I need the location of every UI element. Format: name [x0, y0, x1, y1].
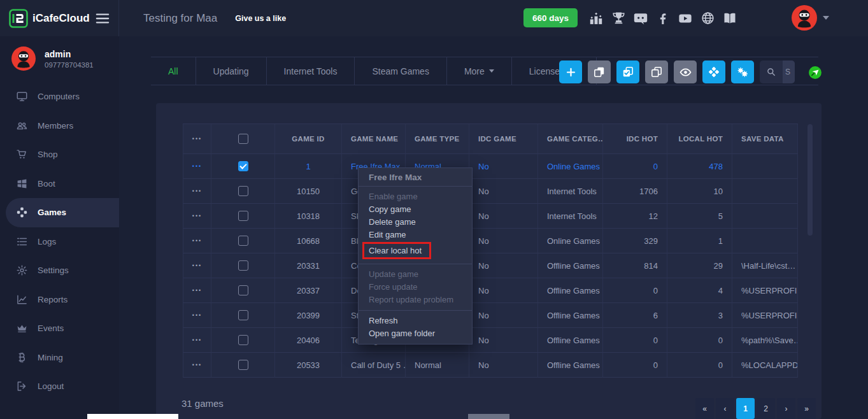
- column-header-save-data[interactable]: SAVE DATA: [732, 124, 798, 154]
- checkbox-icon[interactable]: [238, 260, 248, 271]
- facebook-icon[interactable]: [656, 11, 670, 25]
- row-actions-button[interactable]: •••: [183, 253, 211, 278]
- user-menu[interactable]: [792, 5, 829, 31]
- tab-updating[interactable]: Updating: [196, 57, 267, 85]
- sidebar-item-logout[interactable]: Logout: [0, 372, 119, 401]
- tab-internet-tools[interactable]: Internet Tools: [267, 57, 355, 85]
- local-hot-cell: 29: [667, 253, 732, 278]
- tab-all[interactable]: All: [151, 57, 196, 85]
- context-menu-item-delete-game[interactable]: Delete game: [359, 216, 472, 229]
- row-checkbox[interactable]: [211, 303, 275, 328]
- sidebar-item-boot[interactable]: Boot: [0, 169, 119, 199]
- header-select-all-checkbox[interactable]: [211, 124, 275, 154]
- give-us-a-like-link[interactable]: Give us a like: [235, 14, 286, 23]
- row-actions-button[interactable]: •••: [183, 204, 211, 229]
- context-menu-item-open-game-folder[interactable]: Open game folder: [359, 327, 472, 340]
- checkbox-icon[interactable]: [238, 360, 248, 370]
- row-checkbox[interactable]: [211, 353, 275, 378]
- page-button-4[interactable]: 2: [757, 398, 775, 419]
- globe-icon[interactable]: [701, 11, 715, 25]
- copy-button[interactable]: [588, 60, 611, 83]
- avatar[interactable]: [792, 5, 817, 31]
- sidebar-item-shop[interactable]: Shop: [0, 140, 119, 169]
- sidebar-item-logs[interactable]: Logs: [0, 227, 119, 257]
- row-actions-button[interactable]: •••: [183, 303, 211, 328]
- sidebar-item-reports[interactable]: Reports: [0, 285, 119, 315]
- context-menu-item-clear-local-hot[interactable]: Clear local hot: [362, 242, 431, 259]
- ellipsis-icon: •••: [192, 136, 202, 142]
- idc-game-cell: No: [469, 179, 538, 204]
- page-button-6[interactable]: »: [797, 398, 816, 419]
- context-menu-item-refresh[interactable]: Refresh: [359, 315, 472, 327]
- book-icon[interactable]: [723, 11, 737, 25]
- row-actions-button[interactable]: •••: [183, 154, 211, 179]
- eye-button[interactable]: [674, 60, 697, 83]
- row-checkbox[interactable]: [211, 204, 275, 229]
- tab-label: All: [168, 66, 178, 76]
- chevron-down-icon: [823, 16, 829, 20]
- search-box[interactable]: S: [760, 60, 795, 83]
- tab-more[interactable]: More: [447, 57, 512, 85]
- checkbox-icon[interactable]: [238, 285, 248, 295]
- column-header-local-hot[interactable]: LOCAL HOT: [667, 124, 732, 154]
- days-remaining-badge[interactable]: 660 days: [523, 8, 578, 27]
- column-header-idc-game[interactable]: IDC GAME: [469, 124, 538, 154]
- table-row: •••20406Teenage Mut…NormalNoOffline Game…: [183, 328, 798, 353]
- row-actions-button[interactable]: •••: [183, 179, 211, 204]
- copy-check-button[interactable]: [616, 60, 639, 83]
- game-category-cell: Internet Tools: [538, 179, 603, 204]
- row-actions-button[interactable]: •••: [183, 328, 211, 353]
- trophy-icon[interactable]: [611, 11, 625, 25]
- row-checkbox[interactable]: [211, 179, 275, 204]
- checkbox-icon[interactable]: [238, 186, 248, 196]
- table-vertical-scrollbar[interactable]: [808, 124, 813, 236]
- youtube-icon[interactable]: [678, 11, 692, 25]
- horizontal-scrollbar-segment[interactable]: [468, 414, 509, 419]
- page-button-1[interactable]: «: [695, 398, 714, 419]
- page-button-2[interactable]: ‹: [716, 398, 734, 419]
- checkbox-icon[interactable]: [238, 335, 248, 345]
- column-header-game-name[interactable]: GAME NAME: [342, 124, 406, 154]
- row-actions-button[interactable]: •••: [183, 229, 211, 253]
- column-header-game-id[interactable]: GAME ID: [275, 124, 342, 154]
- topbar: iCafeCloud Testing for Maa Give us a lik…: [0, 0, 868, 36]
- checkbox-icon[interactable]: [238, 310, 248, 320]
- checkbox-icon[interactable]: [238, 211, 248, 221]
- column-header-game-type[interactable]: GAME TYPE: [406, 124, 469, 154]
- plus-button[interactable]: [559, 60, 582, 83]
- tab-steam-games[interactable]: Steam Games: [355, 57, 446, 85]
- game-name-cell[interactable]: Call of Duty 5 …: [342, 353, 406, 378]
- gears-button[interactable]: [731, 60, 754, 83]
- checkbox-icon[interactable]: [238, 134, 248, 144]
- checkbox-icon[interactable]: [238, 161, 248, 171]
- ranking-icon[interactable]: [589, 11, 603, 25]
- page-button-3[interactable]: 1: [736, 398, 755, 419]
- column-header-idc-hot[interactable]: IDC HOT: [603, 124, 667, 154]
- row-checkbox[interactable]: [211, 278, 275, 303]
- column-header-game-categ[interactable]: GAME CATEG…: [538, 124, 603, 154]
- context-menu-item-edit-game[interactable]: Edit game: [359, 229, 472, 241]
- checkbox-icon[interactable]: [238, 236, 248, 246]
- sidebar-item-mining[interactable]: Mining: [0, 343, 119, 373]
- sidebar-item-settings[interactable]: Settings: [0, 256, 119, 285]
- hamburger-menu-icon[interactable]: [96, 13, 110, 24]
- page-button-5[interactable]: ›: [777, 398, 795, 419]
- row-checkbox[interactable]: [211, 253, 275, 278]
- search-input[interactable]: S: [783, 60, 795, 83]
- games-table: •••GAME IDGAME NAMEGAME TYPEIDC GAMEGAME…: [183, 124, 798, 378]
- row-checkbox[interactable]: [211, 154, 275, 179]
- sidebar-item-members[interactable]: Members: [0, 111, 119, 141]
- sidebar-item-games[interactable]: Games: [6, 198, 119, 227]
- sidebar-item-computers[interactable]: Computers: [0, 82, 119, 111]
- diamond-grid-button[interactable]: [702, 60, 725, 83]
- discord-icon[interactable]: [634, 11, 648, 25]
- context-menu-item-copy-game[interactable]: Copy game: [359, 203, 472, 216]
- row-actions-button[interactable]: •••: [183, 278, 211, 303]
- row-checkbox[interactable]: [211, 328, 275, 353]
- sidebar-item-events[interactable]: Events: [0, 314, 119, 343]
- clone-button[interactable]: [645, 60, 668, 83]
- horizontal-scrollbar-thumb[interactable]: [87, 414, 178, 419]
- row-actions-button[interactable]: •••: [183, 353, 211, 378]
- row-checkbox[interactable]: [211, 229, 275, 253]
- globe-download-icon[interactable]: [808, 66, 822, 80]
